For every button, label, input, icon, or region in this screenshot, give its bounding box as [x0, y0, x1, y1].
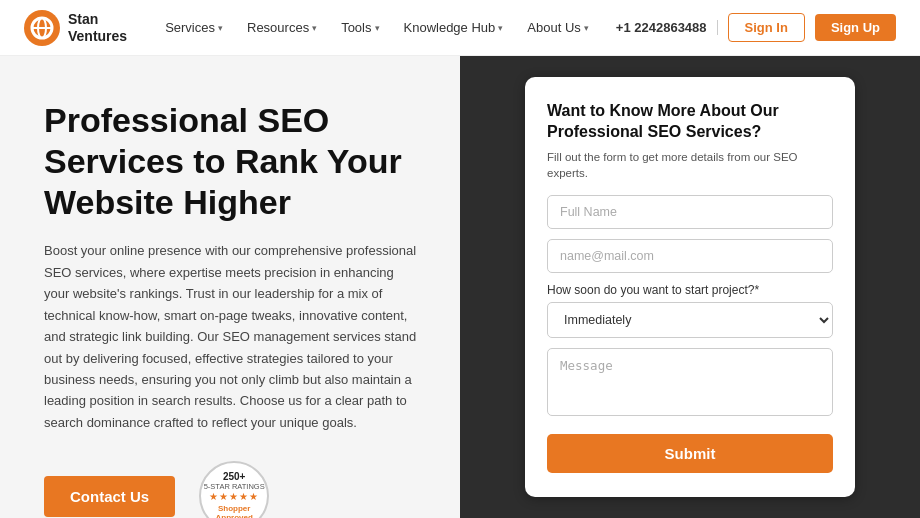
- nav-item-resources[interactable]: Resources ▾: [237, 14, 327, 41]
- shopper-label: Shopper Approved: [201, 504, 267, 518]
- main-content: Professional SEO Services to Rank Your W…: [0, 56, 920, 518]
- form-subtitle: Fill out the form to get more details fr…: [547, 149, 833, 181]
- logo-icon: [24, 10, 60, 46]
- right-panel: Want to Know More About Our Professional…: [460, 56, 920, 518]
- hero-title: Professional SEO Services to Rank Your W…: [44, 100, 420, 222]
- signup-button[interactable]: Sign Up: [815, 14, 896, 41]
- project-timing-group: How soon do you want to start project?* …: [547, 283, 833, 338]
- chevron-down-icon: ▾: [218, 23, 223, 33]
- nav-item-tools[interactable]: Tools ▾: [331, 14, 389, 41]
- badge-circle: 250+ 5-STAR RATINGS ★★★★★ Shopper Approv…: [199, 461, 269, 518]
- message-group: [547, 348, 833, 420]
- nav-item-knowledge-hub[interactable]: Knowledge Hub ▾: [394, 14, 514, 41]
- project-timing-select[interactable]: Immediately In 1-2 weeks In 1 month Late…: [547, 302, 833, 338]
- badge-count: 250+: [223, 471, 246, 482]
- navbar: Stan Ventures Services ▾ Resources ▾ Too…: [0, 0, 920, 56]
- nav-item-about-us[interactable]: About Us ▾: [517, 14, 598, 41]
- email-group: [547, 239, 833, 273]
- badge-stars: ★★★★★: [209, 491, 259, 502]
- full-name-input[interactable]: [547, 195, 833, 229]
- submit-button[interactable]: Submit: [547, 434, 833, 473]
- left-panel: Professional SEO Services to Rank Your W…: [0, 56, 460, 518]
- chevron-down-icon: ▾: [375, 23, 380, 33]
- nav-item-services[interactable]: Services ▾: [155, 14, 233, 41]
- badge-rating-label: 5-STAR RATINGS: [204, 482, 265, 491]
- hero-description: Boost your online presence with our comp…: [44, 240, 420, 433]
- logo-text: Stan Ventures: [68, 11, 127, 45]
- signin-button[interactable]: Sign In: [728, 13, 805, 42]
- contact-us-button[interactable]: Contact Us: [44, 476, 175, 517]
- shopper-badge: 250+ 5-STAR RATINGS ★★★★★ Shopper Approv…: [199, 461, 269, 518]
- project-timing-label: How soon do you want to start project?*: [547, 283, 833, 297]
- email-input[interactable]: [547, 239, 833, 273]
- bottom-row: Contact Us 250+ 5-STAR RATINGS ★★★★★ Sho…: [44, 461, 420, 518]
- nav-right: +1 2242863488 Sign In Sign Up: [616, 13, 896, 42]
- full-name-group: [547, 195, 833, 229]
- form-title: Want to Know More About Our Professional…: [547, 101, 833, 143]
- logo[interactable]: Stan Ventures: [24, 10, 127, 46]
- phone-number: +1 2242863488: [616, 20, 718, 35]
- chevron-down-icon: ▾: [312, 23, 317, 33]
- nav-links: Services ▾ Resources ▾ Tools ▾ Knowledge…: [155, 14, 616, 41]
- chevron-down-icon: ▾: [498, 23, 503, 33]
- contact-form-card: Want to Know More About Our Professional…: [525, 77, 855, 497]
- message-textarea[interactable]: [547, 348, 833, 416]
- chevron-down-icon: ▾: [584, 23, 589, 33]
